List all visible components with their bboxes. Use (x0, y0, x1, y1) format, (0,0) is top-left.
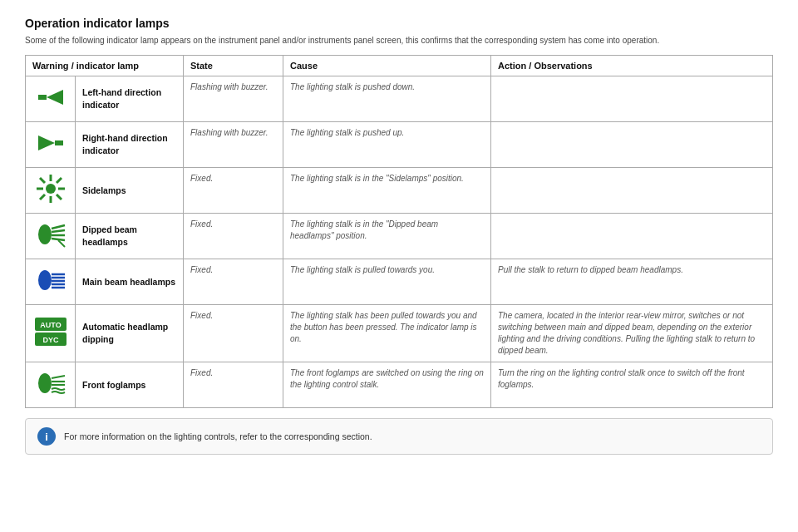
cause-cell: The lighting stalk has been pulled towar… (283, 305, 491, 362)
svg-marker-2 (38, 135, 55, 150)
svg-line-15 (52, 230, 65, 232)
page-title: Operation indicator lamps (25, 17, 773, 30)
lamp-name-cell: Right-hand direction indicator (76, 122, 184, 168)
icon-cell (26, 214, 76, 259)
svg-text:AUTO: AUTO (40, 321, 61, 329)
cause-cell: The front foglamps are switched on using… (283, 362, 491, 408)
table-row: Sidelamps Fixed. The lighting stalk is i… (26, 168, 773, 214)
table-row: Main beam headlamps Fixed. The lighting … (26, 259, 773, 305)
sidelamps-icon (33, 171, 68, 206)
svg-line-9 (40, 178, 45, 183)
icon-cell (26, 168, 76, 214)
svg-line-12 (40, 195, 45, 200)
cause-cell: The lighting stalk is in the "Sidelamps"… (283, 168, 491, 214)
info-icon: i (37, 427, 56, 446)
action-cell: The camera, located in the interior rear… (491, 305, 773, 362)
svg-text:DYC: DYC (42, 336, 59, 344)
lamp-name: Main beam headlamps (82, 277, 175, 287)
cause-cell: The lighting stalk is pushed down. (283, 76, 491, 122)
icon-cell: AUTO DYC (26, 305, 76, 362)
col-header-action: Action / Observations (491, 56, 773, 76)
info-text: For more information on the lighting con… (64, 431, 372, 441)
svg-line-14 (52, 225, 65, 229)
lamp-name: Sidelamps (82, 185, 126, 195)
icon-cell (26, 122, 76, 168)
lamp-name: Dipped beam headlamps (82, 224, 137, 247)
svg-line-30 (52, 376, 65, 378)
col-header-icon: Warning / indicator lamp (26, 56, 184, 76)
main-beam-icon (33, 263, 68, 298)
action-cell (491, 214, 773, 259)
table-row: Left-hand direction indicator Flashing w… (26, 76, 773, 122)
lamp-name: Front foglamps (82, 380, 145, 390)
cause-cell: The lighting stalk is pulled towards you… (283, 259, 491, 305)
lamp-name-cell: Automatic headlamp dipping (76, 305, 184, 362)
lamp-name: Automatic headlamp dipping (82, 322, 168, 344)
col-header-state: State (184, 56, 283, 76)
icon-cell (26, 76, 76, 122)
right-arrow-icon (33, 126, 68, 160)
state-cell: Fixed. (184, 168, 283, 214)
cause-cell: The lighting stalk is in the "Dipped bea… (283, 214, 491, 259)
state-cell: Fixed. (184, 259, 283, 305)
state-cell: Flashing with buzzer. (184, 76, 283, 122)
table-row: Front foglamps Fixed. The front foglamps… (26, 362, 773, 408)
svg-point-19 (38, 270, 52, 290)
svg-point-29 (38, 373, 52, 393)
action-cell: Turn the ring on the lighting control st… (491, 362, 773, 408)
indicator-table: Warning / indicator lamp State Cause Act… (25, 55, 773, 408)
state-cell: Fixed. (184, 362, 283, 408)
info-box: i For more information on the lighting c… (25, 418, 773, 455)
col-header-cause: Cause (283, 56, 491, 76)
svg-rect-3 (55, 140, 63, 145)
dipped-beam-icon (33, 217, 68, 252)
lamp-name-cell: Left-hand direction indicator (76, 76, 184, 122)
svg-rect-1 (38, 95, 47, 100)
intro-text: Some of the following indicator lamp app… (25, 35, 773, 47)
action-cell (491, 76, 773, 122)
lamp-name: Right-hand direction indicator (82, 133, 168, 155)
cause-cell: The lighting stalk is pushed up. (283, 122, 491, 168)
action-cell: Pull the stalk to return to dipped beam … (491, 259, 773, 305)
lamp-name-cell: Sidelamps (76, 168, 184, 214)
table-row: Dipped beam headlamps Fixed. The lightin… (26, 214, 773, 259)
state-cell: Fixed. (184, 305, 283, 362)
svg-line-11 (57, 178, 62, 183)
svg-point-4 (46, 184, 56, 194)
icon-cell (26, 259, 76, 305)
svg-point-13 (38, 224, 52, 244)
svg-line-18 (58, 240, 65, 247)
svg-line-17 (52, 239, 65, 240)
front-fog-icon (33, 366, 68, 401)
action-cell (491, 122, 773, 168)
lamp-name-cell: Dipped beam headlamps (76, 214, 184, 259)
auto-dip-icon: AUTO DYC (33, 314, 68, 349)
icon-cell (26, 362, 76, 408)
lamp-name-cell: Front foglamps (76, 362, 184, 408)
lamp-name-cell: Main beam headlamps (76, 259, 184, 305)
table-row: Right-hand direction indicator Flashing … (26, 122, 773, 168)
state-cell: Flashing with buzzer. (184, 122, 283, 168)
action-cell (491, 168, 773, 214)
table-row: AUTO DYC Automatic headlamp dipping Fixe… (26, 305, 773, 362)
left-arrow-icon (33, 80, 68, 115)
svg-marker-0 (47, 90, 63, 105)
lamp-name: Left-hand direction indicator (82, 87, 161, 110)
state-cell: Fixed. (184, 214, 283, 259)
svg-line-10 (57, 195, 62, 200)
